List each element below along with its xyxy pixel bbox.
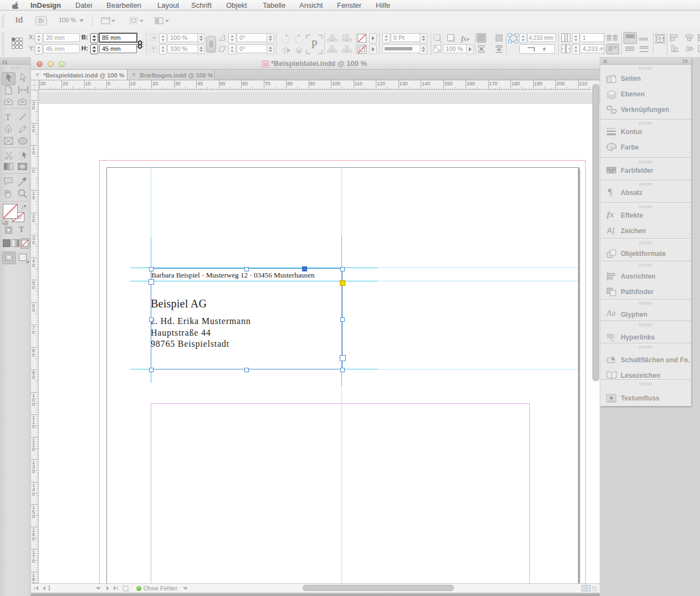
svg-text:abc: abc bbox=[606, 332, 615, 338]
svg-text:P: P bbox=[311, 38, 317, 50]
